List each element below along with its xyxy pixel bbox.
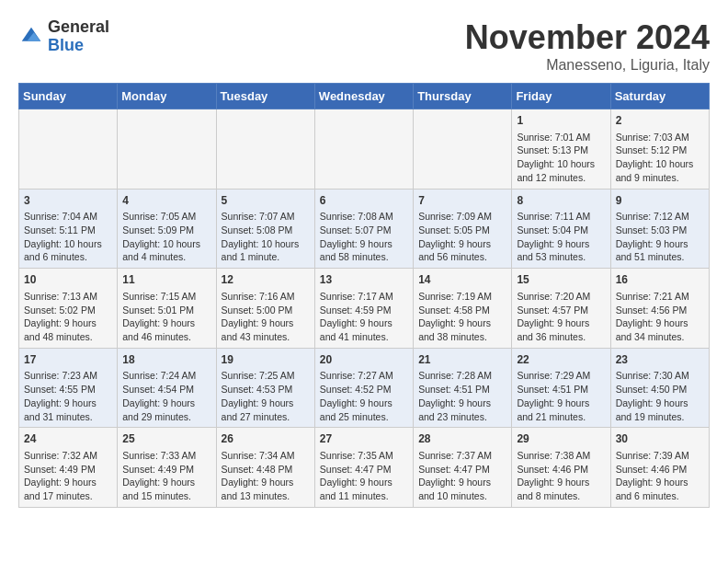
calendar-cell: 15Sunrise: 7:20 AM Sunset: 4:57 PM Dayli… — [512, 269, 610, 349]
day-number: 8 — [517, 193, 605, 209]
weekday-header-monday: Monday — [118, 84, 216, 109]
weekday-header-friday: Friday — [512, 84, 610, 109]
day-number: 2 — [616, 113, 704, 129]
day-info: Sunrise: 7:27 AM Sunset: 4:52 PM Dayligh… — [320, 370, 393, 421]
day-info: Sunrise: 7:17 AM Sunset: 4:59 PM Dayligh… — [320, 291, 393, 342]
calendar-table: SundayMondayTuesdayWednesdayThursdayFrid… — [18, 83, 710, 508]
calendar-header: SundayMondayTuesdayWednesdayThursdayFrid… — [19, 84, 710, 109]
weekday-header-thursday: Thursday — [414, 84, 512, 109]
day-info: Sunrise: 7:39 AM Sunset: 4:46 PM Dayligh… — [616, 450, 689, 501]
weekday-header-sunday: Sunday — [19, 84, 118, 109]
day-info: Sunrise: 7:35 AM Sunset: 4:47 PM Dayligh… — [320, 450, 393, 501]
calendar-body: 1Sunrise: 7:01 AM Sunset: 5:13 PM Daylig… — [19, 109, 710, 508]
day-number: 24 — [24, 431, 112, 447]
month-title: November 2024 — [465, 18, 710, 57]
day-info: Sunrise: 7:38 AM Sunset: 4:46 PM Dayligh… — [517, 450, 590, 501]
day-number: 4 — [122, 193, 210, 209]
calendar-cell: 21Sunrise: 7:28 AM Sunset: 4:51 PM Dayli… — [414, 348, 512, 428]
day-info: Sunrise: 7:23 AM Sunset: 4:55 PM Dayligh… — [24, 370, 97, 421]
day-number: 25 — [122, 431, 210, 447]
day-info: Sunrise: 7:29 AM Sunset: 4:51 PM Dayligh… — [517, 370, 590, 421]
calendar-cell: 30Sunrise: 7:39 AM Sunset: 4:46 PM Dayli… — [610, 428, 709, 508]
day-info: Sunrise: 7:19 AM Sunset: 4:58 PM Dayligh… — [418, 291, 492, 342]
day-number: 3 — [24, 193, 112, 209]
calendar-cell: 25Sunrise: 7:33 AM Sunset: 4:49 PM Dayli… — [118, 428, 216, 508]
day-info: Sunrise: 7:21 AM Sunset: 4:56 PM Dayligh… — [616, 291, 689, 342]
day-number: 30 — [616, 431, 704, 447]
calendar-cell — [19, 109, 118, 190]
calendar-cell: 6Sunrise: 7:08 AM Sunset: 5:07 PM Daylig… — [314, 189, 413, 269]
calendar-cell: 5Sunrise: 7:07 AM Sunset: 5:08 PM Daylig… — [216, 189, 314, 269]
calendar-cell: 28Sunrise: 7:37 AM Sunset: 4:47 PM Dayli… — [414, 428, 512, 508]
calendar-week-4: 17Sunrise: 7:23 AM Sunset: 4:55 PM Dayli… — [19, 348, 710, 428]
day-info: Sunrise: 7:25 AM Sunset: 4:53 PM Dayligh… — [222, 370, 295, 421]
calendar-cell: 14Sunrise: 7:19 AM Sunset: 4:58 PM Dayli… — [414, 269, 512, 349]
calendar-cell — [118, 109, 216, 190]
weekday-header-wednesday: Wednesday — [314, 84, 413, 109]
day-number: 23 — [616, 352, 704, 368]
day-number: 22 — [517, 352, 605, 368]
calendar-week-1: 1Sunrise: 7:01 AM Sunset: 5:13 PM Daylig… — [19, 109, 710, 190]
logo-icon — [18, 24, 44, 50]
day-number: 6 — [320, 193, 408, 209]
location: Manesseno, Liguria, Italy — [465, 57, 710, 74]
title-area: November 2024 Manesseno, Liguria, Italy — [465, 18, 710, 74]
calendar-week-5: 24Sunrise: 7:32 AM Sunset: 4:49 PM Dayli… — [19, 428, 710, 508]
weekday-header-tuesday: Tuesday — [216, 84, 314, 109]
day-info: Sunrise: 7:37 AM Sunset: 4:47 PM Dayligh… — [418, 450, 492, 501]
day-info: Sunrise: 7:03 AM Sunset: 5:12 PM Dayligh… — [616, 132, 694, 183]
day-info: Sunrise: 7:33 AM Sunset: 4:49 PM Dayligh… — [122, 450, 196, 501]
day-number: 18 — [122, 352, 210, 368]
day-number: 21 — [418, 352, 506, 368]
day-info: Sunrise: 7:07 AM Sunset: 5:08 PM Dayligh… — [222, 211, 300, 262]
calendar-cell: 20Sunrise: 7:27 AM Sunset: 4:52 PM Dayli… — [314, 348, 413, 428]
calendar-cell: 18Sunrise: 7:24 AM Sunset: 4:54 PM Dayli… — [118, 348, 216, 428]
day-info: Sunrise: 7:12 AM Sunset: 5:03 PM Dayligh… — [616, 211, 689, 262]
calendar-cell: 1Sunrise: 7:01 AM Sunset: 5:13 PM Daylig… — [512, 109, 610, 190]
day-number: 7 — [418, 193, 506, 209]
calendar-cell — [314, 109, 413, 190]
logo-blue-text: Blue — [48, 36, 84, 54]
day-info: Sunrise: 7:28 AM Sunset: 4:51 PM Dayligh… — [418, 370, 492, 421]
calendar-cell: 4Sunrise: 7:05 AM Sunset: 5:09 PM Daylig… — [118, 189, 216, 269]
day-number: 15 — [517, 272, 605, 288]
day-number: 14 — [418, 272, 506, 288]
day-number: 19 — [222, 352, 310, 368]
day-number: 27 — [320, 431, 408, 447]
day-info: Sunrise: 7:32 AM Sunset: 4:49 PM Dayligh… — [24, 450, 97, 501]
calendar-cell: 29Sunrise: 7:38 AM Sunset: 4:46 PM Dayli… — [512, 428, 610, 508]
day-number: 20 — [320, 352, 408, 368]
day-number: 28 — [418, 431, 506, 447]
day-info: Sunrise: 7:09 AM Sunset: 5:05 PM Dayligh… — [418, 211, 492, 262]
day-info: Sunrise: 7:34 AM Sunset: 4:48 PM Dayligh… — [222, 450, 295, 501]
day-info: Sunrise: 7:16 AM Sunset: 5:00 PM Dayligh… — [222, 291, 295, 342]
calendar-cell: 26Sunrise: 7:34 AM Sunset: 4:48 PM Dayli… — [216, 428, 314, 508]
day-info: Sunrise: 7:04 AM Sunset: 5:11 PM Dayligh… — [24, 211, 102, 262]
weekday-header-saturday: Saturday — [610, 84, 709, 109]
day-number: 11 — [122, 272, 210, 288]
calendar-cell: 2Sunrise: 7:03 AM Sunset: 5:12 PM Daylig… — [610, 109, 709, 190]
day-number: 13 — [320, 272, 408, 288]
day-info: Sunrise: 7:30 AM Sunset: 4:50 PM Dayligh… — [616, 370, 689, 421]
calendar-cell: 11Sunrise: 7:15 AM Sunset: 5:01 PM Dayli… — [118, 269, 216, 349]
calendar-cell: 10Sunrise: 7:13 AM Sunset: 5:02 PM Dayli… — [19, 269, 118, 349]
calendar-cell: 22Sunrise: 7:29 AM Sunset: 4:51 PM Dayli… — [512, 348, 610, 428]
day-number: 17 — [24, 352, 112, 368]
calendar-cell: 17Sunrise: 7:23 AM Sunset: 4:55 PM Dayli… — [19, 348, 118, 428]
calendar-cell: 24Sunrise: 7:32 AM Sunset: 4:49 PM Dayli… — [19, 428, 118, 508]
day-info: Sunrise: 7:24 AM Sunset: 4:54 PM Dayligh… — [122, 370, 196, 421]
day-info: Sunrise: 7:13 AM Sunset: 5:02 PM Dayligh… — [24, 291, 97, 342]
calendar-cell: 3Sunrise: 7:04 AM Sunset: 5:11 PM Daylig… — [19, 189, 118, 269]
day-info: Sunrise: 7:20 AM Sunset: 4:57 PM Dayligh… — [517, 291, 590, 342]
day-number: 12 — [222, 272, 310, 288]
day-number: 1 — [517, 113, 605, 129]
weekday-header-row: SundayMondayTuesdayWednesdayThursdayFrid… — [19, 84, 710, 109]
calendar-cell: 16Sunrise: 7:21 AM Sunset: 4:56 PM Dayli… — [610, 269, 709, 349]
calendar-cell: 27Sunrise: 7:35 AM Sunset: 4:47 PM Dayli… — [314, 428, 413, 508]
calendar-cell — [216, 109, 314, 190]
day-info: Sunrise: 7:08 AM Sunset: 5:07 PM Dayligh… — [320, 211, 393, 262]
calendar-cell: 9Sunrise: 7:12 AM Sunset: 5:03 PM Daylig… — [610, 189, 709, 269]
day-number: 29 — [517, 431, 605, 447]
calendar-cell: 23Sunrise: 7:30 AM Sunset: 4:50 PM Dayli… — [610, 348, 709, 428]
day-number: 10 — [24, 272, 112, 288]
